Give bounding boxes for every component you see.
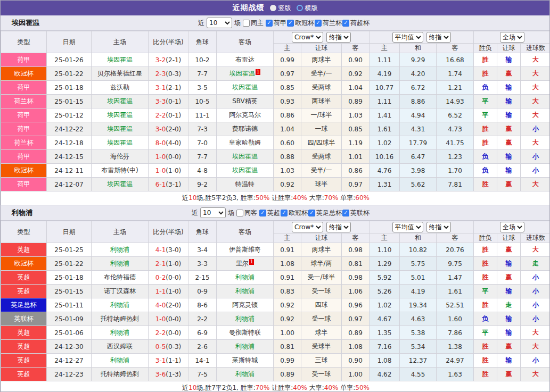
result-handicap: 输 [497, 164, 521, 178]
bookmaker-stage-select[interactable]: 终指 [326, 222, 351, 232]
col-home: 主场 [92, 221, 149, 243]
odds-handicap: 受半/一 [301, 67, 342, 81]
avg-away: 4.73 [437, 122, 474, 136]
league-filter-label[interactable]: 英足总杯 [316, 208, 342, 218]
recent-count-select[interactable]: 10 [207, 18, 232, 28]
match-row: 英超24-12-23托特纳姆热刺3-6(1-3)7-5利物浦0.89受一球1.0… [1, 368, 550, 381]
view-option-vertical[interactable]: 竖版 [270, 4, 291, 13]
avg-away: 1.23 [437, 150, 474, 164]
bookmaker-stage-select[interactable]: 终指 [326, 32, 351, 43]
match-date: 25-01-22 [47, 67, 92, 81]
average-select[interactable]: 平均值 [392, 32, 423, 43]
result-handicap: 赢 [497, 271, 521, 285]
checkbox-checked-icon[interactable]: ✓ [342, 210, 349, 216]
league-filter[interactable]: ✓英超 [259, 208, 280, 218]
corner-score: 11-1 [188, 109, 217, 122]
match-row: 英超25-01-15诺丁汉森林1-1(1-0)0-9利物浦0.83受一球1.06… [1, 285, 550, 298]
odds-home: 0.99 [274, 53, 301, 67]
average-stage-select[interactable]: 终指 [426, 32, 451, 43]
recent-count-select[interactable]: 10 [200, 207, 226, 218]
col-avg-draw: 和 [400, 44, 437, 53]
checkbox-checked-icon[interactable]: ✓ [266, 20, 273, 27]
col-avg-home: 主 [370, 233, 400, 243]
col-odds-away: 客 [342, 44, 370, 53]
score: 2-2(0-0) [149, 326, 188, 340]
match-date: 24-12-15 [47, 150, 92, 164]
col-avg-away: 客 [437, 233, 474, 243]
league-filter[interactable]: ✓荷兰杯 [315, 19, 342, 28]
avg-home: 1.61 [370, 122, 400, 136]
away-team: 曼彻斯特联 [217, 326, 274, 340]
league-filter[interactable]: ✓荷超杯 [342, 19, 370, 28]
league-filter[interactable]: ✓英联杯 [342, 208, 370, 218]
scope-select[interactable]: 全场 [500, 32, 524, 43]
league-filter[interactable]: ✓欧冠杯 [281, 208, 308, 218]
league-filter-label[interactable]: 荷甲 [274, 19, 286, 28]
league-filter[interactable]: ✓荷甲 [266, 19, 286, 28]
league-filter-label[interactable]: 荷兰杯 [323, 19, 342, 28]
away-team: 利物浦 [217, 368, 274, 381]
checkbox-unchecked-icon[interactable] [236, 210, 243, 216]
col-odds-handicap: 让球 [301, 233, 342, 243]
league-badge: 荷兰杯 [1, 136, 47, 150]
checkbox-checked-icon[interactable]: ✓ [287, 20, 294, 27]
odds-handicap: 球半 [301, 178, 342, 191]
bookmaker-select[interactable]: Crow* [292, 222, 323, 232]
same-venue-filter[interactable]: 同主 [243, 19, 264, 28]
odds-handicap: 一/球半 [301, 109, 342, 122]
result-goals: 小 [521, 122, 550, 136]
avg-home: 5.26 [370, 285, 400, 298]
away-team: SBV精英 [217, 95, 274, 109]
league-filter[interactable]: ✓欧冠杯 [287, 19, 314, 28]
odds-handicap: 两球半 [301, 243, 342, 257]
score: 3-1(2-1) [149, 81, 188, 95]
checkbox-checked-icon[interactable]: ✓ [342, 20, 349, 27]
league-badge: 荷甲 [1, 109, 47, 122]
odds-handicap: 受球半 [301, 340, 342, 354]
league-badge: 英超 [1, 354, 47, 368]
league-filter-label[interactable]: 英超 [267, 208, 280, 218]
view-option-horizontal[interactable]: 横版 [297, 4, 318, 13]
league-filter-label[interactable]: 欧冠杯 [295, 19, 314, 28]
odds-home: 0.92 [274, 178, 301, 191]
col-score: 比分(半场) [149, 31, 188, 53]
checkbox-unchecked-icon[interactable] [243, 20, 250, 27]
away-team: 利物浦 [217, 340, 274, 354]
home-team: 西汉姆联 [92, 340, 149, 354]
view-option-horizontal-label[interactable]: 横版 [305, 4, 318, 13]
checkbox-checked-icon[interactable]: ✓ [315, 20, 322, 27]
checkbox-checked-icon[interactable]: ✓ [308, 210, 315, 216]
result-handicap: 赢 [497, 67, 521, 81]
avg-home: 4.76 [370, 164, 400, 178]
view-option-vertical-label[interactable]: 竖版 [278, 4, 291, 13]
league-filter-label[interactable]: 欧冠杯 [289, 208, 308, 218]
corner-score: 8-6 [188, 298, 217, 312]
league-badge: 荷甲 [1, 81, 47, 95]
col-result-wdl: 胜负 [474, 44, 497, 53]
home-team: 利物浦 [92, 243, 149, 257]
average-select[interactable]: 平均值 [392, 222, 423, 232]
league-filter-label[interactable]: 英联杯 [350, 208, 370, 218]
avg-home: 1.08 [370, 354, 400, 368]
league-filter[interactable]: ✓英足总杯 [308, 208, 342, 218]
match-row: 荷甲25-01-12埃因霍温2-2(0-1)11-1阿尔克马尔0.86一/球半1… [1, 109, 550, 122]
result-handicap: 输 [497, 354, 521, 368]
league-filter-label[interactable]: 荷超杯 [350, 19, 370, 28]
radio-unselected-icon[interactable] [297, 5, 303, 11]
bookmaker-select[interactable]: Crow* [292, 32, 323, 43]
average-stage-select[interactable]: 终指 [426, 222, 451, 232]
same-venue-filter[interactable]: 同客 [236, 208, 257, 218]
team-name: 埃因霍温 [1, 18, 39, 28]
result-goals: 小 [521, 298, 550, 312]
avg-away: 41.75 [437, 136, 474, 150]
avg-home: 1.31 [370, 178, 400, 191]
checkbox-checked-icon[interactable]: ✓ [259, 210, 266, 216]
corner-score: 2-15 [188, 271, 217, 285]
match-row: 欧冠杯24-12-11布雷斯特(中)1-0(1-0)4-8埃因霍温1.03受半/… [1, 164, 550, 178]
checkbox-checked-icon[interactable]: ✓ [281, 210, 288, 216]
match-table: 类型 日期 主场 比分(半场) 角球 客场 Crow* 终指 平均值 [1, 221, 550, 392]
odds-away: 0.92 [342, 67, 370, 81]
radio-selected-icon[interactable] [270, 5, 276, 11]
corner-score: 0-9 [188, 285, 217, 298]
scope-select[interactable]: 全场 [500, 222, 524, 232]
